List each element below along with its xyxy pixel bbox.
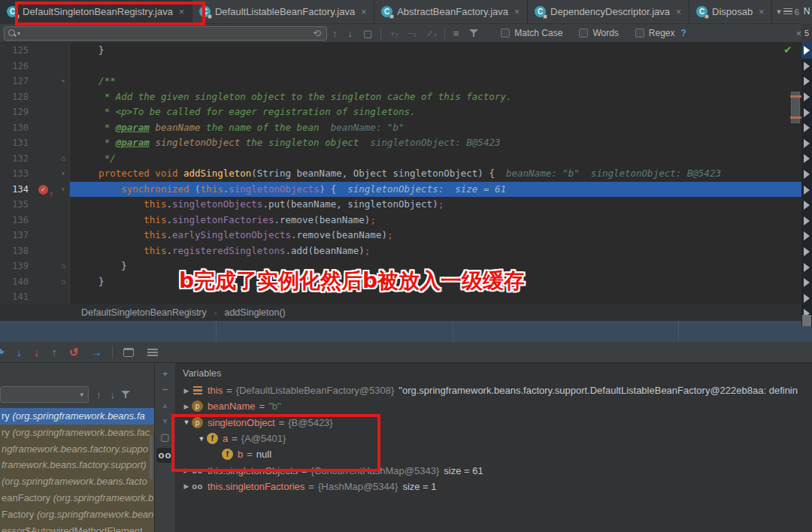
code-line[interactable]: 136 this.singletonFactories.remove(beanN… [0, 213, 801, 228]
frame-down-icon[interactable]: ↓ [111, 389, 116, 401]
breakpoint-gutter[interactable] [35, 213, 57, 228]
step-out-icon[interactable]: ↑ [52, 346, 58, 358]
code-line[interactable]: 138 this.registeredSingletons.add(beanNa… [0, 243, 801, 259]
editor-tab[interactable]: CAbstractBeanFactory.java× [374, 0, 528, 23]
code-text[interactable] [70, 59, 801, 74]
variable-row[interactable]: fb=null [175, 446, 812, 462]
breakpoint-gutter[interactable] [35, 89, 57, 105]
code-text[interactable]: this.registeredSingletons.add(beanName); [70, 243, 801, 259]
multiline-search-icon[interactable]: ≡ [453, 28, 459, 39]
chevron-down-icon[interactable]: ▼ [181, 419, 192, 426]
newline-icon[interactable]: ⟲ [313, 28, 321, 39]
thread-combo[interactable]: ▾ [0, 386, 89, 403]
code-text[interactable]: synchronized (this.singletonObjects) { s… [70, 182, 801, 198]
remove-watch-icon[interactable]: − [162, 385, 168, 395]
code-text[interactable]: this.singletonFactories.remove(beanName)… [70, 213, 801, 228]
stack-frame-row[interactable]: Factory (org.springframework.bean [0, 506, 154, 523]
play-icon[interactable] [801, 182, 812, 198]
code-text[interactable]: this.earlySingletonObjects.remove(beanNa… [70, 228, 801, 243]
breakpoint-gutter[interactable] [35, 274, 57, 290]
chevron-down-icon[interactable]: ▼ [196, 435, 207, 443]
checkbox[interactable] [579, 29, 588, 38]
search-input[interactable] [20, 28, 308, 38]
play-icon[interactable] [801, 151, 812, 167]
breadcrumb-class[interactable]: DefaultSingletonBeanRegistry [81, 307, 207, 318]
chevron-right-icon[interactable]: ▶ [181, 482, 192, 490]
play-icon[interactable] [801, 213, 812, 229]
play-icon[interactable] [801, 167, 812, 183]
editor-tab[interactable]: CDependencyDescriptor.java× [528, 0, 689, 23]
editor-tab[interactable]: CDefaultListableBeanFactory.java× [192, 0, 374, 23]
breakpoint-gutter[interactable] [35, 151, 57, 167]
breakpoint-icon[interactable]: ✓ [38, 185, 48, 195]
breakpoint-gutter[interactable] [35, 258, 57, 274]
add-watch-icon[interactable]: + [162, 369, 168, 379]
next-occurrence-icon[interactable]: ↓ [348, 28, 353, 39]
breakpoint-gutter[interactable] [35, 59, 57, 74]
open-in-find-window-icon[interactable]: ▢ [363, 28, 372, 39]
fold-marker[interactable]: ⌂ [57, 151, 70, 167]
close-icon[interactable]: × [676, 7, 681, 17]
restore-layout-icon[interactable] [147, 349, 158, 356]
play-icon[interactable] [801, 120, 812, 136]
fold-marker[interactable]: ⌂ [57, 258, 70, 274]
stack-frame-row[interactable]: ngframework.beans.factory.suppo [0, 441, 154, 458]
breakpoint-gutter[interactable] [35, 228, 57, 243]
close-icon[interactable]: × [361, 7, 366, 17]
variable-row[interactable]: ▼psingletonObject={B@5423} [175, 415, 812, 431]
inspections-ok-icon[interactable]: ✔ [783, 44, 792, 56]
code-line[interactable]: 131 * @param singletonObject the singlet… [0, 135, 801, 151]
code-text[interactable]: protected void addSingleton(String beanN… [70, 166, 801, 182]
code-line[interactable]: 132⌂ */ [0, 151, 801, 167]
code-text[interactable]: */ [70, 151, 801, 167]
breakpoint-gutter[interactable] [35, 197, 57, 213]
force-step-into-icon[interactable]: ↓ [34, 346, 40, 358]
play-icon[interactable] [801, 74, 812, 89]
code-line[interactable]: 137 this.earlySingletonObjects.remove(be… [0, 228, 801, 243]
breakpoint-gutter[interactable] [35, 43, 57, 59]
chevron-right-icon[interactable]: ▶ [181, 403, 192, 410]
code-text[interactable]: this.singletonObjects.put(beanName, sing… [70, 197, 801, 213]
code-line[interactable]: 134✓?▾ synchronized (this.singletonObjec… [0, 182, 801, 198]
play-icon[interactable] [801, 244, 812, 260]
stack-frame-row[interactable]: ry (org.springframework.beans.fac [0, 425, 154, 441]
variable-row[interactable]: ▼fa={A@5401} [175, 431, 812, 446]
close-icon[interactable]: × [179, 7, 184, 17]
checkbox[interactable] [501, 29, 510, 38]
code-text[interactable]: * @param singletonObject the singleton o… [70, 135, 801, 151]
remove-selection-icon[interactable]: −II [408, 28, 415, 39]
editor-scrollbar-thumb[interactable] [791, 92, 800, 123]
fold-marker[interactable]: ▾ [57, 74, 70, 89]
code-text[interactable]: } [70, 43, 801, 59]
breakpoint-gutter[interactable] [35, 166, 57, 182]
code-line[interactable]: 125 } [0, 43, 801, 59]
code-line[interactable]: 126 [0, 59, 801, 74]
fold-marker[interactable]: ⌂ [57, 274, 70, 290]
close-icon[interactable]: × [795, 28, 801, 39]
play-icon[interactable] [801, 198, 812, 213]
step-into-icon[interactable]: ↓ [17, 346, 23, 358]
stack-frame-row[interactable]: ry (org.springframework.beans.fa [0, 408, 154, 425]
breakpoint-gutter[interactable] [35, 135, 57, 151]
hide-frames-filter-icon[interactable] [121, 390, 131, 399]
help-icon[interactable]: ? [681, 28, 686, 38]
close-icon[interactable]: × [759, 7, 764, 17]
add-selection-icon[interactable]: +II [389, 28, 397, 39]
right-strip-scroll-thumb[interactable] [802, 315, 811, 326]
show-watches-icon[interactable]: oo [156, 448, 174, 463]
stack-frame-row[interactable]: (org.springframework.beans.facto [0, 473, 154, 490]
drop-frame-icon[interactable]: ↺ [69, 346, 79, 359]
play-icon[interactable] [801, 228, 812, 244]
editor-tab[interactable]: CDefaultSingletonBeanRegistry.java× [0, 0, 192, 23]
move-up-icon[interactable]: ▲ [162, 401, 169, 411]
find-option-match-case[interactable]: Match Case [501, 28, 562, 38]
play-icon[interactable] [801, 136, 812, 152]
code-line[interactable]: 128 * Add the given singleton object to … [0, 89, 801, 105]
breakpoint-gutter[interactable] [35, 243, 57, 259]
select-all-occurrences-icon[interactable]: ✓II [426, 28, 435, 39]
play-icon[interactable] [801, 291, 812, 307]
play-icon[interactable] [801, 275, 812, 291]
variable-row[interactable]: ▶oothis.singletonObjects={ConcurrentHash… [175, 462, 812, 478]
search-icon[interactable] [8, 29, 16, 37]
play-icon[interactable] [801, 259, 812, 275]
